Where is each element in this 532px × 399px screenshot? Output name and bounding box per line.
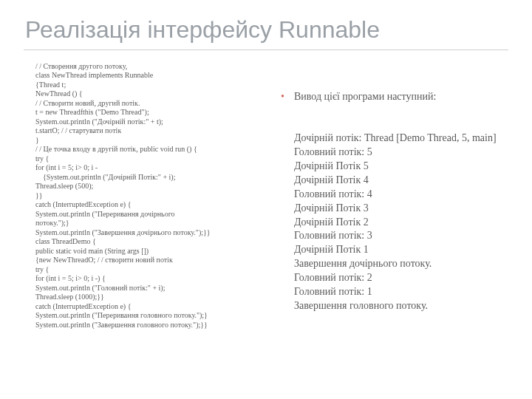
slide: Реалізація інтерфейсу Runnable / / Створ… [0,0,532,399]
left-column: / / Створення другого потоку, class NewT… [24,62,263,341]
right-column: Вивод цієї програми наступний: Дочірній … [281,62,508,341]
output-header: Вивод цієї програми наступний: [281,90,508,104]
output-lines: Дочірній потік: Thread [Demo Thread, 5, … [281,132,508,313]
output-block: Вивод цієї програми наступний: Дочірній … [281,62,508,341]
page-title: Реалізація інтерфейсу Runnable [25,16,508,44]
title-divider [24,50,508,50]
columns: / / Створення другого потоку, class NewT… [24,62,508,341]
code-block: / / Створення другого потоку, class NewT… [35,62,263,330]
